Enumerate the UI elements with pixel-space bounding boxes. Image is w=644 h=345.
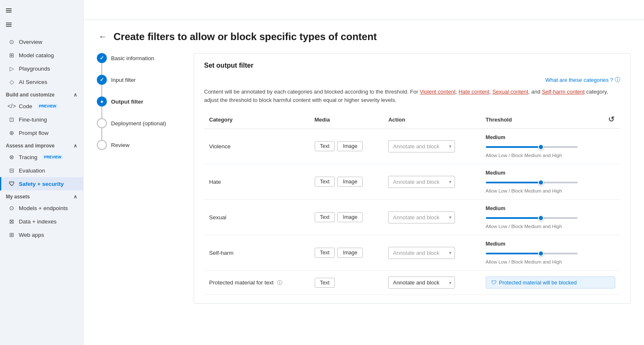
threshold-label-sexual: Medium [486,205,615,211]
sidebar-item-label: Prompt flow [19,130,48,136]
step-label-output-filter: Output filter [111,99,143,105]
col-action: Action [383,111,480,129]
sidebar-item-models-endpoints[interactable]: ⊙ Models + endpoints [0,201,83,215]
svg-rect-5 [6,26,12,27]
chevron-up-icon: ∧ [73,92,77,98]
sexual-link[interactable]: Sexual content [492,89,528,95]
table-row: Violence Text Image [204,129,620,164]
action-select-hate[interactable]: Annotate and block [388,176,455,188]
action-select-violence[interactable]: Annotate and block [388,140,455,152]
fine-tuning-icon: ⊡ [8,116,15,123]
sidebar-item-evaluation[interactable]: ⊟ Evaluation [0,164,83,177]
action-select-protected[interactable]: Annotate and block [388,277,455,289]
media-btn-text-self-harm[interactable]: Text [315,248,335,258]
chevron-up-icon: ∧ [73,194,77,200]
models-endpoints-icon: ⊙ [8,204,15,212]
chevron-up-icon: ∧ [73,143,77,149]
threshold-hint-violence: Allow Low / Block Medium and High [486,153,615,158]
reset-icon[interactable]: ↺ [607,114,615,125]
sidebar-item-ai-services[interactable]: ◇ AI Services [0,75,83,89]
content-area: ← Create filters to allow or block speci… [83,20,644,345]
action-select-sexual[interactable]: Annotate and block [388,211,455,223]
table-row: Sexual Text Image [204,200,620,235]
threshold-label-hate: Medium [486,170,615,176]
selfharm-link[interactable]: Self-harm content [542,89,585,95]
media-btn-text-sexual[interactable]: Text [315,212,335,222]
sidebar-item-model-catalog[interactable]: ⊞ Model catalog [0,48,83,62]
threshold-hint-sexual: Allow Low / Block Medium and High [486,224,615,229]
sidebar-item-label: Model catalog [19,52,54,58]
sidebar-item-overview[interactable]: ⊙ Overview [0,35,83,48]
wizard-step-deployment[interactable]: Deployment (optional) [97,118,180,140]
media-btn-text-protected[interactable]: Text [315,278,335,288]
hate-link[interactable]: Hate content [459,89,490,95]
data-indexes-icon: ⊠ [8,218,15,225]
media-btn-image-violence[interactable]: Image [337,141,363,151]
media-btn-text-hate[interactable]: Text [315,177,335,187]
action-select-wrap-hate: Annotate and block [388,176,455,188]
sidebar-item-code[interactable]: </> Code PREVIEW [0,99,83,113]
sidebar-item-label: Playgrounds [19,66,50,72]
step-label-input-filter: Input filter [111,77,136,83]
table-row: Self-harm Text Image [204,235,620,271]
wizard-step-input-filter[interactable]: ✓ Input filter [97,75,180,96]
media-buttons-hate: Text Image [315,177,379,187]
sidebar-item-safety-security[interactable]: 🛡 Safety + security [0,177,83,190]
filter-table: Category Media Action Threshold ↺ [204,111,620,295]
wizard-step-basic-info[interactable]: ✓ Basic information [97,53,180,75]
category-self-harm: Self-harm [209,250,234,256]
action-select-self-harm[interactable]: Annotate and block [388,247,455,259]
media-btn-image-hate[interactable]: Image [337,177,363,187]
sidebar-item-fine-tuning[interactable]: ⊡ Fine-tuning [0,113,83,126]
set-output-title: Set output filter [204,62,620,69]
tracing-icon: ⊗ [8,153,15,161]
back-button[interactable]: ← [97,30,109,43]
media-buttons-self-harm: Text Image [315,248,379,258]
threshold-label-self-harm: Medium [486,241,615,247]
sidebar-item-label: Models + endpoints [19,205,68,211]
sidebar-item-playgrounds[interactable]: ▷ Playgrounds [0,62,83,75]
sidebar-item-label: Fine-tuning [19,117,47,123]
action-select-wrap-protected: Annotate and block [388,277,455,289]
slider-sexual[interactable] [486,214,578,222]
sidebar-item-label: Code [19,103,32,109]
page-title: Create filters to allow or block specifi… [114,31,377,43]
category-violence: Violence [209,143,231,150]
violent-link[interactable]: Violent content [420,89,456,95]
info-text: Content will be annotated by each catego… [204,88,620,104]
sidebar-item-label: AI Services [19,79,47,85]
category-sexual: Sexual [209,214,226,221]
media-btn-text-violence[interactable]: Text [315,141,335,151]
sidebar-toggle2[interactable] [0,19,83,35]
sidebar-item-label: Web apps [19,232,44,238]
top-bar [83,0,644,20]
wizard-step-output-filter[interactable]: ● Output filter [97,96,180,118]
slider-hate[interactable] [486,178,578,187]
preview-badge: PREVIEW [37,104,58,109]
sidebar-item-prompt-flow[interactable]: ⊕ Prompt flow [0,126,83,140]
categories-link[interactable]: What are these categories ? ⓘ [204,76,620,84]
media-btn-image-self-harm[interactable]: Image [337,248,363,258]
build-customize-section[interactable]: Build and customize ∧ [0,89,83,99]
slider-self-harm[interactable] [486,249,578,258]
sidebar-item-data-indexes[interactable]: ⊠ Data + indexes [0,215,83,228]
svg-rect-3 [6,23,12,23]
sidebar-item-web-apps[interactable]: ⊞ Web apps [0,228,83,241]
preview-badge: PREVIEW [43,155,63,160]
assess-improve-section[interactable]: Assess and improve ∧ [0,140,83,150]
info-circle-icon: ⓘ [615,76,620,84]
sidebar-item-tracing[interactable]: ⊗ Tracing PREVIEW [0,150,83,164]
col-threshold: Threshold ↺ [481,111,620,129]
info-icon-protected: ⓘ [277,280,282,286]
svg-rect-2 [6,12,12,13]
step-connector [101,63,102,75]
threshold-label-violence: Medium [486,134,615,140]
sidebar-toggle[interactable] [0,3,83,19]
step-connector [101,107,102,118]
media-btn-image-sexual[interactable]: Image [337,212,363,222]
svg-rect-0 [6,8,12,9]
my-assets-section[interactable]: My assets ∧ [0,190,83,201]
wizard-step-review[interactable]: Review [97,140,180,150]
ai-services-icon: ◇ [8,78,15,86]
slider-violence[interactable] [486,143,578,151]
